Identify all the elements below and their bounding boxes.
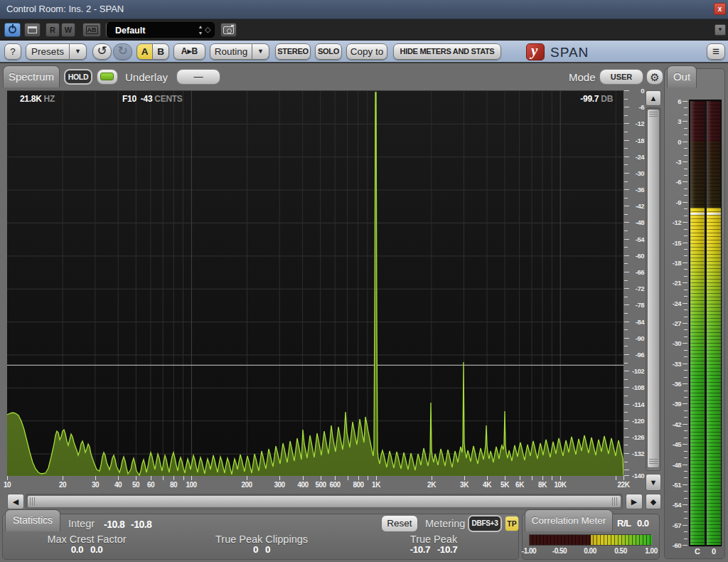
bypass-power-button[interactable] bbox=[4, 23, 21, 37]
freq-label: 100 bbox=[181, 481, 202, 489]
spectrum-display[interactable]: 21.8K HZ F10 -43 CENTS -99.7 DB bbox=[7, 90, 623, 475]
meter-footer-left[interactable]: C bbox=[690, 547, 705, 556]
true-peak-button[interactable]: TP bbox=[505, 516, 519, 531]
stereo-button[interactable]: STEREO bbox=[275, 43, 311, 60]
underlay-select[interactable]: — bbox=[176, 69, 220, 85]
out-meter-tick bbox=[684, 539, 687, 539]
copy-a-to-b-button[interactable]: A▸B bbox=[173, 43, 205, 60]
editor-button[interactable] bbox=[24, 23, 41, 37]
out-meter-tick bbox=[682, 282, 687, 283]
thumb-grip bbox=[649, 459, 658, 465]
db-label: -126 bbox=[627, 433, 644, 441]
integr-value-right: -10.8 bbox=[131, 519, 151, 530]
db-label: -72 bbox=[627, 285, 644, 292]
mode-select[interactable]: USER bbox=[599, 69, 643, 85]
db-label: -18 bbox=[627, 137, 644, 144]
freq-tick bbox=[7, 476, 8, 480]
hide-meters-button[interactable]: HIDE METERS AND STATS bbox=[393, 43, 501, 60]
tab-spectrum[interactable]: Spectrum bbox=[3, 65, 60, 88]
out-meter-tick bbox=[684, 276, 687, 277]
tab-statistics[interactable]: Statistics bbox=[5, 509, 60, 531]
v-scroll-thumb[interactable] bbox=[647, 109, 660, 468]
meter-footer-right: 0 bbox=[707, 547, 721, 556]
out-meter-tick bbox=[682, 202, 687, 203]
slot-b-button[interactable]: B bbox=[153, 43, 169, 60]
reset-button[interactable]: Reset bbox=[381, 515, 418, 532]
title-bar[interactable]: Control Room: Ins. 2 - SPAN x bbox=[0, 0, 728, 19]
out-meter-tick bbox=[684, 296, 687, 297]
read-automation-button[interactable]: R bbox=[46, 23, 60, 37]
max-crest-label: Max Crest Factor bbox=[26, 534, 147, 545]
tab-correlation-meter[interactable]: Correlation Meter bbox=[525, 509, 613, 531]
settings-gear-button[interactable]: ⚙ bbox=[646, 69, 663, 85]
correlation-bar bbox=[529, 534, 651, 546]
window-title: Control Room: Ins. 2 - SPAN bbox=[6, 4, 124, 14]
db-tick bbox=[624, 214, 628, 215]
db-tick bbox=[624, 329, 628, 330]
presets-dropdown[interactable]: ▼ bbox=[70, 43, 87, 60]
out-meter-tick bbox=[682, 403, 687, 404]
h-scroll-thumb[interactable] bbox=[27, 495, 621, 508]
out-meter-tick bbox=[682, 545, 687, 546]
write-automation-button[interactable]: W bbox=[61, 23, 75, 37]
db-label: -140 bbox=[627, 472, 644, 479]
routing-button[interactable]: Routing bbox=[210, 43, 252, 60]
camera-icon bbox=[223, 26, 234, 34]
out-meter-label: 3 bbox=[664, 117, 681, 125]
db-label: 0 bbox=[627, 87, 644, 95]
preset-combo[interactable]: Default ▲▼ ◇ bbox=[107, 22, 215, 38]
undo-button[interactable]: ↺ bbox=[92, 43, 112, 60]
out-meter-label: -42 bbox=[664, 420, 681, 428]
hold-button[interactable]: HOLD bbox=[64, 69, 92, 85]
meter-shine bbox=[707, 101, 721, 545]
scroll-down-button[interactable]: ▼ bbox=[646, 474, 661, 491]
db-tick bbox=[624, 181, 628, 182]
metering-label: Metering bbox=[425, 518, 465, 529]
preset-spinner[interactable]: ▲▼ bbox=[197, 23, 204, 36]
ab-compare-button[interactable]: AB bbox=[82, 23, 101, 37]
out-meter-tick bbox=[684, 208, 687, 209]
spectrum-enable-toggle[interactable] bbox=[97, 69, 118, 85]
out-meter-tick bbox=[682, 465, 687, 465]
out-meter-tick bbox=[684, 370, 687, 371]
freq-tick bbox=[63, 476, 63, 480]
freq-label: 300 bbox=[269, 481, 290, 489]
out-meter-tick bbox=[682, 243, 687, 243]
thumb-grip bbox=[30, 497, 36, 506]
presets-button[interactable]: Presets bbox=[26, 43, 70, 60]
close-button[interactable]: x bbox=[714, 3, 726, 15]
out-meter-tick bbox=[684, 350, 687, 351]
db-tick bbox=[624, 230, 628, 231]
zoom-reset-button[interactable]: ◆ bbox=[646, 494, 661, 509]
metering-mode-button[interactable]: DBFS+3 bbox=[468, 515, 502, 532]
redo-button[interactable]: ↻ bbox=[113, 43, 132, 60]
out-meter-tick bbox=[682, 444, 687, 445]
out-meter-tick bbox=[684, 491, 687, 492]
scroll-up-button[interactable]: ▲ bbox=[646, 90, 661, 106]
freq-label: 1K bbox=[365, 481, 387, 489]
cursor-note-readout: F10 -43 CENTS bbox=[122, 94, 183, 104]
scroll-left-button[interactable]: ◀ bbox=[7, 494, 24, 509]
snapshot-camera-button[interactable] bbox=[220, 23, 237, 37]
freq-label: 60 bbox=[140, 481, 161, 489]
slot-a-button[interactable]: A bbox=[136, 43, 153, 60]
solo-button[interactable]: SOLO bbox=[315, 43, 342, 60]
tab-out[interactable]: Out bbox=[667, 65, 697, 88]
help-button[interactable]: ? bbox=[4, 43, 21, 60]
host-dropdown-button[interactable]: ▼ bbox=[714, 24, 726, 36]
out-meter-label: -21 bbox=[664, 279, 681, 287]
db-tick bbox=[624, 99, 628, 100]
out-meter-tick bbox=[684, 410, 687, 411]
scroll-right-button[interactable]: ▶ bbox=[626, 494, 643, 509]
db-tick bbox=[624, 363, 628, 364]
routing-dropdown[interactable]: ▼ bbox=[252, 43, 269, 60]
copy-to-button[interactable]: Copy to bbox=[346, 43, 387, 60]
correlation-scale-label: 0.00 bbox=[577, 547, 603, 555]
out-meter-tick bbox=[684, 438, 687, 438]
global-menu-button[interactable]: ≡ bbox=[707, 43, 725, 60]
freq-tick bbox=[487, 476, 488, 480]
span-plugin-window: Control Room: Ins. 2 - SPAN x R W AB Def… bbox=[0, 0, 728, 562]
preset-diamond-icon[interactable]: ◇ bbox=[205, 25, 210, 34]
freq-label: 2K bbox=[421, 481, 442, 489]
thumb-grip bbox=[649, 112, 658, 118]
